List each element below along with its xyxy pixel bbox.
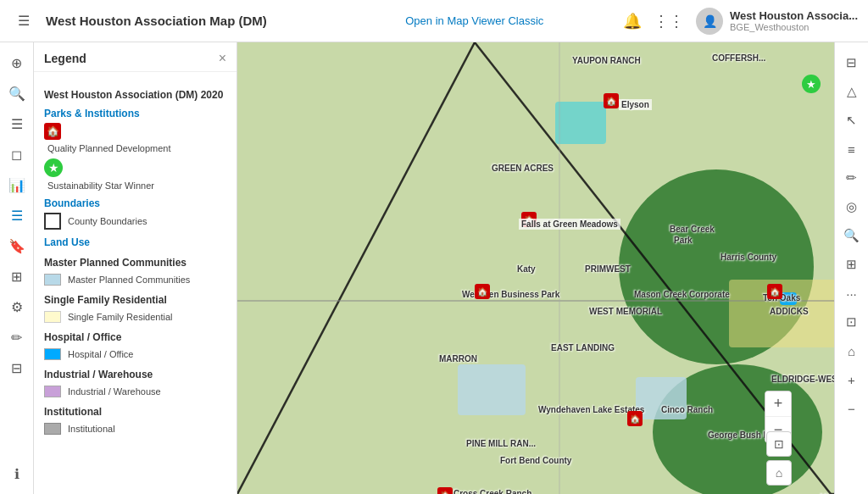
legend-item-mpc: Master Planned Communities xyxy=(44,274,226,286)
institutional-swatch xyxy=(44,423,61,435)
map-pin-westten: 🏠 xyxy=(475,284,490,299)
label-green-acres: GREEN ACRES xyxy=(492,164,554,173)
classic-viewer-link[interactable]: Open in Map Viewer Classic xyxy=(405,14,543,27)
page-title: West Houston Association Map (DM) xyxy=(46,14,326,28)
avatar: 👤 xyxy=(696,8,723,35)
apps-grid-icon[interactable]: ⋮⋮ xyxy=(654,12,684,31)
table-icon[interactable]: ≡ xyxy=(838,136,865,163)
legend-item-quality: 🏠 xyxy=(44,123,226,140)
user-info: West Houston Associa... BGE_Westhouston xyxy=(730,9,858,32)
grid-view-icon[interactable]: ⊞ xyxy=(838,251,865,278)
legend-sustainability-label: Sustainability Star Winner xyxy=(47,180,226,191)
legend-body: West Houston Association (DM) 2020 Parks… xyxy=(34,72,236,447)
legend-category-boundaries: Boundaries xyxy=(44,197,226,209)
map-pin-elyson: 🏠 xyxy=(604,93,619,108)
svg-line-0 xyxy=(237,42,475,494)
location-icon[interactable]: ◎ xyxy=(838,193,865,220)
legend-hospital-header: Hospital / Office xyxy=(44,331,226,343)
analysis-sidebar-btn[interactable]: 📊 xyxy=(3,171,31,198)
legend-industrial-header: Industrial / Warehouse xyxy=(44,369,226,380)
legend-category-landuse: Land Use xyxy=(44,236,226,248)
teal-patch-elyson xyxy=(555,102,606,144)
screen2-icon[interactable]: ⊡ xyxy=(838,308,865,336)
search-sidebar-btn[interactable]: 🔍 xyxy=(3,80,31,107)
legend-category-parks: Parks & Institutions xyxy=(44,108,226,119)
settings-sidebar-btn[interactable]: ⚙ xyxy=(3,293,31,320)
map-pin-falls: 🏠 xyxy=(521,212,537,227)
legend-institutional-header: Institutional xyxy=(44,406,226,418)
layers-sidebar-btn[interactable]: ☰ xyxy=(3,110,31,137)
legend-mpc-header: Master Planned Communities xyxy=(44,257,226,269)
label-yaupon: YAUPON RANCH xyxy=(572,56,641,65)
draw-icon[interactable]: ✏ xyxy=(838,164,865,191)
right-sidebar: ⊟ △ ↖ ≡ ✏ ◎ 🔍 ⊞ ··· ⊡ ⌂ + − xyxy=(834,42,868,494)
county-swatch xyxy=(44,213,61,230)
label-katy: Katy xyxy=(517,264,536,274)
legend-quality-label: Quality Planned Development xyxy=(47,143,226,153)
map-pin-crosscreek: 🏠 xyxy=(437,487,453,494)
legend-item-county: County Boundaries xyxy=(44,213,226,230)
measure-icon[interactable]: △ xyxy=(838,78,865,105)
legend-header: Legend × xyxy=(34,42,236,72)
label-east-landing: EAST LANDING xyxy=(551,343,615,352)
sustainability-icon: ★ xyxy=(44,158,63,177)
label-cross-creek: Cross Creek Ranch xyxy=(453,489,531,494)
mpc-patch-1 xyxy=(458,364,526,415)
legend-institutional-label: Institutional xyxy=(68,424,115,434)
legend-item-industrial: Industrial / Warehouse xyxy=(44,386,226,397)
table-sidebar-btn[interactable]: ⊞ xyxy=(3,263,31,290)
mpc-patch-2 xyxy=(636,377,687,419)
label-fort-bend: Fort Bend County xyxy=(500,456,571,465)
apps-sidebar-btn[interactable]: ⊟ xyxy=(3,354,31,381)
label-marron: MARRON xyxy=(439,354,477,364)
topbar: ☰ West Houston Association Map (DM) Open… xyxy=(0,0,868,42)
basemap-sidebar-btn[interactable]: ◻ xyxy=(3,141,31,168)
topbar-center: Open in Map Viewer Classic xyxy=(335,14,615,27)
label-elyson: Elyson xyxy=(619,99,652,110)
hospital-swatch xyxy=(44,348,61,360)
screen-icon[interactable]: ⊡ xyxy=(766,431,792,457)
home-extent-button[interactable]: ⌂ xyxy=(766,460,792,486)
legend-main-section: West Houston Association (DM) 2020 xyxy=(44,89,226,101)
main-layout: ⊕ 🔍 ☰ ◻ 📊 ☰ 🔖 ⊞ ⚙ ✏ ⊟ ℹ Legend × West Ho… xyxy=(0,42,868,494)
legend-industrial-label: Industrial / Warehouse xyxy=(68,386,161,397)
map-area[interactable]: YAUPON RANCH COFFERSH... Jarrey Village … xyxy=(237,42,834,494)
legend-hospital-label: Hospital / Office xyxy=(68,349,133,359)
more-options-icon[interactable]: ··· xyxy=(838,280,865,307)
legend-sidebar-btn[interactable]: ☰ xyxy=(3,202,31,229)
zoom-in-button[interactable]: + xyxy=(765,391,791,417)
filter-icon[interactable]: ⊟ xyxy=(838,49,865,76)
edit-sidebar-btn[interactable]: ✏ xyxy=(3,324,31,351)
home2-icon[interactable]: ⌂ xyxy=(838,337,865,364)
left-sidebar: ⊕ 🔍 ☰ ◻ 📊 ☰ 🔖 ⊞ ⚙ ✏ ⊟ ℹ xyxy=(0,42,34,494)
bookmark-sidebar-btn[interactable]: 🔖 xyxy=(3,232,31,259)
legend-close-button[interactable]: × xyxy=(219,51,226,66)
industrial-swatch xyxy=(44,386,61,397)
select-icon[interactable]: ↖ xyxy=(838,107,865,134)
blue-patch-ten-oaks xyxy=(780,292,797,305)
sfr-swatch xyxy=(44,311,61,323)
legend-item-institutional: Institutional xyxy=(44,423,226,435)
legend-panel: Legend × West Houston Association (DM) 2… xyxy=(34,42,237,494)
minus-icon[interactable]: − xyxy=(838,395,865,422)
mpc-swatch xyxy=(44,274,61,286)
info-sidebar-btn[interactable]: ℹ xyxy=(3,460,31,487)
user-name: West Houston Associa... xyxy=(730,9,858,22)
menu-icon[interactable]: ☰ xyxy=(10,8,37,35)
legend-county-label: County Boundaries xyxy=(68,216,147,226)
map-background[interactable]: YAUPON RANCH COFFERSH... Jarrey Village … xyxy=(237,42,834,494)
plus-icon[interactable]: + xyxy=(838,366,865,393)
legend-mpc-label: Master Planned Communities xyxy=(68,275,190,285)
legend-item-sustainability: ★ xyxy=(44,158,226,177)
map-pin-tenoaks: 🏠 xyxy=(767,284,782,299)
legend-item-sfr: Single Family Residential xyxy=(44,311,226,323)
search-map-icon[interactable]: 🔍 xyxy=(838,222,865,249)
legend-title: Legend xyxy=(44,52,86,65)
map-tools-bottom: ⊡ ⌂ xyxy=(766,431,792,486)
legend-item-hospital: Hospital / Office xyxy=(44,348,226,360)
topbar-icons: 🔔 ⋮⋮ 👤 West Houston Associa... BGE_Westh… xyxy=(623,8,858,35)
user-menu[interactable]: 👤 West Houston Associa... BGE_Westhousto… xyxy=(696,8,858,35)
label-pine-mill: PINE MILL RAN... xyxy=(466,439,536,448)
notification-bell-icon[interactable]: 🔔 xyxy=(623,12,642,31)
home-sidebar-btn[interactable]: ⊕ xyxy=(3,49,31,76)
